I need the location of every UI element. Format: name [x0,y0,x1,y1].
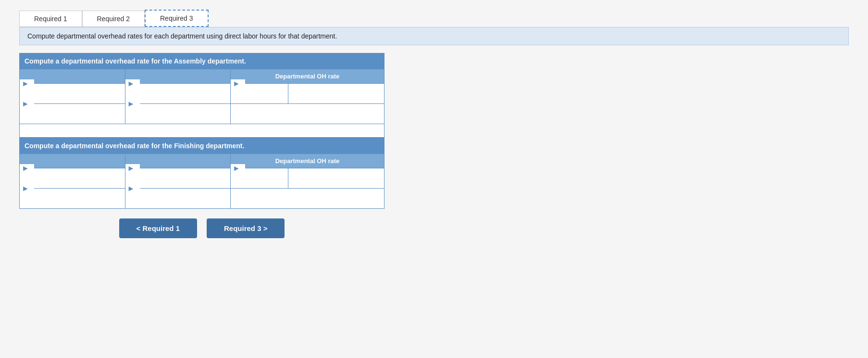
tab-required3-label: Required 3 [160,14,193,22]
assembly-row1-col4 [288,84,384,104]
finishing-row2-input1[interactable] [20,193,125,213]
arrow-icon-2: ► [125,79,140,88]
assembly-row1-input4[interactable] [288,84,384,103]
finishing-row1-input1[interactable] [20,173,125,192]
finishing-row1-col3: ► [231,168,288,189]
nav-buttons: < Required 1 Required 3 > [19,218,384,238]
arrow-icon-7: ► [125,164,140,173]
tab-required1[interactable]: Required 1 [19,11,82,27]
finishing-row2-input2[interactable] [125,193,231,213]
finishing-col-header-oh: Departmental OH rate [231,154,384,168]
arrow-icon-3: ► [231,79,245,88]
next-button-label: Required 3 > [224,224,267,232]
assembly-row1-col1: ► [20,84,125,104]
tab-required2[interactable]: Required 2 [82,11,145,27]
prev-button[interactable]: < Required 1 [119,218,197,238]
tab-required3[interactable]: Required 3 [145,10,209,27]
prev-button-label: < Required 1 [136,224,180,232]
finishing-data-row-1: ► ► ► [20,168,384,189]
arrow-icon-1: ► [20,79,34,88]
assembly-row1-input1[interactable] [20,88,125,108]
assembly-col-header-empty1 [20,69,125,84]
assembly-row2-input3[interactable] [231,104,384,124]
assembly-section-header: Compute a departmental overhead rate for… [20,53,384,69]
arrow-icon-10: ► [125,184,140,193]
finishing-row2-input3[interactable] [231,189,384,208]
finishing-col-header-empty1 [20,154,125,168]
assembly-row2-input2[interactable] [125,108,231,128]
arrow-icon-6: ► [20,164,34,173]
tabs-container: Required 1 Required 2 Required 3 [19,10,849,27]
finishing-row1-col1: ► [20,168,125,189]
assembly-row1-col3: ► [231,84,288,104]
assembly-table: Compute a departmental overhead rate for… [19,53,384,138]
instruction-text: Compute departmental overhead rates for … [27,32,337,40]
finishing-col-header-empty2 [125,154,231,168]
arrow-icon-9: ► [20,184,34,193]
finishing-row1-col2: ► [125,168,231,189]
instruction-bar: Compute departmental overhead rates for … [19,27,849,45]
assembly-col-header-oh: Departmental OH rate [231,69,384,84]
page-container: Required 1 Required 2 Required 3 Compute… [0,0,868,358]
finishing-row1-col4 [288,168,384,189]
finishing-section-header: Compute a departmental overhead rate for… [20,138,384,154]
arrow-icon-8: ► [231,164,245,173]
arrow-icon-5: ► [125,100,140,108]
next-button[interactable]: Required 3 > [207,218,285,238]
assembly-data-row-1: ► ► ► [20,84,384,104]
finishing-table: Compute a departmental overhead rate for… [19,138,384,209]
tab-required1-label: Required 1 [34,15,67,23]
finishing-row2-col3 [231,189,384,209]
assembly-row1-col2: ► [125,84,231,104]
finishing-row1-input2[interactable] [125,173,231,192]
assembly-row2-input1[interactable] [20,108,125,128]
arrow-icon-4: ► [20,100,34,108]
content-area: Compute a departmental overhead rate for… [19,53,384,238]
finishing-row1-input4[interactable] [288,168,384,188]
assembly-col-header-empty2 [125,69,231,84]
tab-required2-label: Required 2 [97,15,130,23]
assembly-row1-input2[interactable] [125,88,231,108]
assembly-row2-col3 [231,104,384,124]
